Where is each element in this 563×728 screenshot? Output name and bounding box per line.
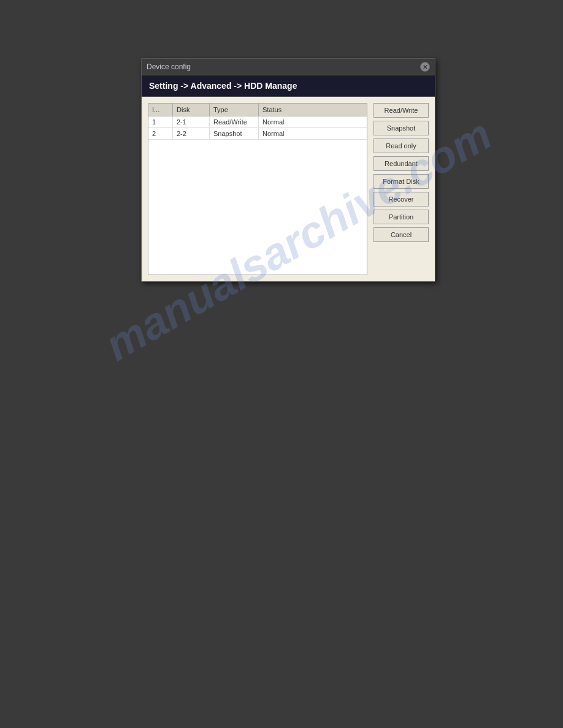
cell-type-2: Snapshot [210,128,259,139]
col-header-index: I... [148,104,173,116]
dialog-content: I... Disk Type Status 1 2-1 Read/Write N… [142,97,435,281]
snapshot-button[interactable]: Snapshot [373,121,429,135]
col-header-status: Status [259,104,302,116]
cancel-button[interactable]: Cancel [373,227,429,242]
cell-status-1: Normal [259,116,302,127]
dialog-title: Device config [147,63,191,71]
read-write-button[interactable]: Read/Write [373,103,429,118]
format-disk-button[interactable]: Format Disk [373,174,429,189]
table-row[interactable]: 2 2-2 Snapshot Normal [148,128,367,140]
hdd-table: I... Disk Type Status 1 2-1 Read/Write N… [148,103,367,275]
dialog-window: Device config ✕ Setting -> Advanced -> H… [141,58,435,282]
partition-button[interactable]: Partition [373,210,429,224]
cell-type-1: Read/Write [210,116,259,127]
cell-disk-2: 2-2 [173,128,210,139]
action-buttons: Read/Write Snapshot Read only Redundant … [373,103,429,275]
dialog-titlebar: Device config ✕ [142,59,435,75]
cell-disk-1: 2-1 [173,116,210,127]
cell-index-1: 1 [148,116,173,127]
breadcrumb: Setting -> Advanced -> HDD Manage [149,81,297,91]
table-empty-area [148,140,367,275]
table-header: I... Disk Type Status [148,104,367,116]
table-row[interactable]: 1 2-1 Read/Write Normal [148,116,367,128]
redundant-button[interactable]: Redundant [373,156,429,171]
close-button[interactable]: ✕ [420,62,430,72]
dialog-header: Setting -> Advanced -> HDD Manage [142,75,435,97]
cell-index-2: 2 [148,128,173,139]
read-only-button[interactable]: Read only [373,138,429,153]
col-header-type: Type [210,104,259,116]
col-header-disk: Disk [173,104,210,116]
recover-button[interactable]: Recover [373,192,429,207]
cell-status-2: Normal [259,128,302,139]
